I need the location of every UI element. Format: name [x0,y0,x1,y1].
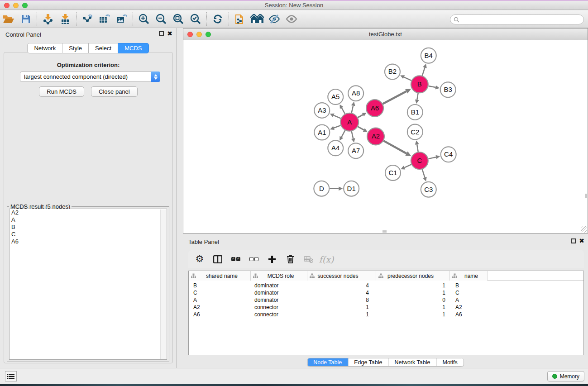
open-session-button[interactable] [0,11,17,27]
graph-edge-A-A2[interactable] [358,127,364,130]
export-table-button[interactable] [96,11,113,27]
add-row-button[interactable] [266,253,278,266]
show-graphics-details-button[interactable] [283,11,300,27]
graph-edge-C-C3[interactable] [422,169,425,177]
table-cell[interactable]: 1 [307,311,376,318]
graph-edge-C-C4[interactable] [428,157,436,159]
save-session-button[interactable] [17,11,34,27]
run-mcds-button[interactable]: Run MCDS [39,86,84,97]
float-table-panel-icon[interactable] [571,238,576,243]
table-row[interactable]: Bdominator41B [189,282,583,289]
table-row[interactable]: Adominator80A [189,296,583,304]
tab-mcds[interactable]: MCDS [118,43,148,53]
close-table-panel-icon[interactable]: ✖ [579,238,584,243]
graph-edge-A-A1[interactable] [334,125,340,128]
import-table-button[interactable] [57,11,74,27]
zoom-in-button[interactable] [135,11,153,27]
tab-edge-table[interactable]: Edge Table [348,358,388,366]
result-list-scrollbar[interactable] [160,210,166,359]
task-history-button[interactable] [5,371,17,381]
zoom-fit-button[interactable] [170,11,187,27]
table-settings-button[interactable]: ⚙ [194,253,206,266]
mcds-result-item[interactable]: A [10,216,167,224]
table-cell[interactable]: 4 [307,290,376,296]
table-row[interactable]: A6connector11A6 [189,311,583,318]
search-field[interactable] [450,14,584,24]
table-cell[interactable]: C [189,290,251,296]
graph-edge-A-A8[interactable] [352,105,354,113]
delete-row-button[interactable] [284,253,296,266]
tab-node-table[interactable]: Node Table [307,358,348,366]
graph-edge-A6-B[interactable] [383,91,406,104]
home-button[interactable] [249,11,266,27]
close-panel-icon[interactable]: ✖ [167,31,172,36]
table-cell[interactable]: dominator [251,282,307,289]
tab-select[interactable]: Select [89,43,118,53]
table-cell[interactable]: 8 [307,297,376,303]
graph-edge-B-B2[interactable] [404,77,411,81]
table-cell[interactable]: 1 [376,311,450,318]
table-cell[interactable]: A2 [450,304,488,310]
graph-edge-A-A6[interactable] [358,114,363,117]
table-cell[interactable]: connector [251,311,307,318]
apply-layout-button[interactable] [209,11,226,27]
tab-style[interactable]: Style [62,43,89,53]
zoom-out-button[interactable] [153,11,170,27]
table-cell[interactable]: A6 [450,311,488,318]
import-network-button[interactable] [39,11,57,27]
float-panel-icon[interactable] [159,31,164,36]
graph-edge-C-C1[interactable] [404,164,411,167]
table-cell[interactable]: B [450,282,488,289]
table-cell[interactable]: A [189,297,251,303]
graph-edge-A-A7[interactable] [352,131,354,138]
table-cell[interactable]: A [450,297,488,303]
mcds-result-item[interactable]: B [10,224,167,231]
select-all-button[interactable] [230,253,242,266]
table-cell[interactable]: C [450,290,488,296]
table-row[interactable]: Cdominator41C [189,289,583,296]
table-cell[interactable]: dominator [251,290,307,296]
table-cell[interactable]: dominator [251,297,307,303]
memory-button[interactable]: Memory [547,371,584,381]
mcds-result-item[interactable]: A6 [10,238,167,245]
mcds-result-list[interactable]: A2ABCA6 [9,209,167,360]
table-cell[interactable]: 4 [307,282,376,289]
table-row[interactable]: A2connector11A2 [189,304,583,311]
table-cell[interactable]: connector [251,304,307,310]
graph-edge-A-A5[interactable] [342,108,345,114]
network-from-file-button[interactable] [231,11,249,27]
graph-edge-A2-C[interactable] [383,141,406,153]
search-input[interactable] [462,16,583,23]
function-builder-button[interactable]: f(x) [320,253,332,266]
hide-graphics-details-button[interactable] [266,11,283,27]
table-cell[interactable]: 1 [307,304,376,310]
table-cell[interactable]: B [189,282,251,289]
graph-edge-B-B1[interactable] [417,93,418,100]
horizontal-scroll-mark[interactable] [382,230,387,233]
table-cell[interactable]: 1 [376,290,450,296]
export-network-button[interactable] [79,11,96,27]
column-header-successor-nodes[interactable]: successor nodes [307,271,376,281]
column-header-predecessor-nodes[interactable]: predecessor nodes [376,271,450,281]
tab-network[interactable]: Network [27,43,62,53]
tab-network-table[interactable]: Network Table [389,358,437,366]
mcds-result-item[interactable]: C [10,231,167,238]
graph-edge-B-B3[interactable] [428,86,435,87]
table-cell[interactable]: A6 [189,311,251,318]
delete-table-button[interactable] [302,253,314,266]
resize-grip[interactable] [581,226,587,233]
network-canvas[interactable]: AA6A2BCA1A3A4A5A7A8B1B2B3B4C1C2C3C4DD1 [183,41,588,233]
network-window-titlebar[interactable]: testGlobe.txt [183,29,588,40]
graph-edge-B-B4[interactable] [422,67,425,76]
export-image-button[interactable] [113,11,130,27]
column-header-name[interactable]: name [450,271,488,281]
optimization-criterion-dropdown[interactable]: largest connected component (directed) [20,71,160,82]
table-cell[interactable]: 1 [376,282,450,289]
deselect-all-button[interactable] [248,253,260,266]
table-cell[interactable]: A2 [189,304,251,310]
table-cell[interactable]: 1 [376,304,450,310]
mcds-result-item[interactable]: A2 [10,209,167,216]
close-panel-button[interactable]: Close panel [91,86,138,97]
tab-motifs[interactable]: Motifs [436,358,463,366]
zoom-selected-button[interactable] [187,11,204,27]
